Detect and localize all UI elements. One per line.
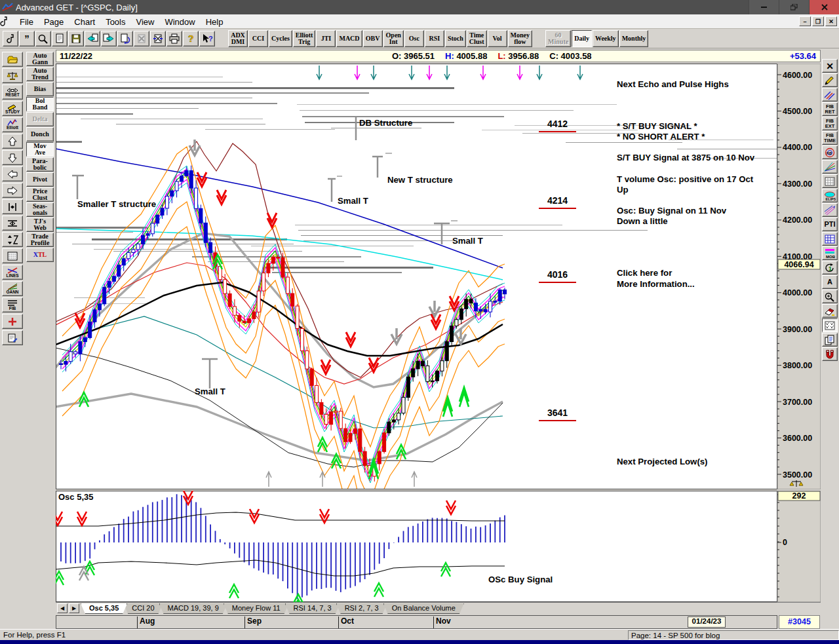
pti-button[interactable]: PTI xyxy=(822,218,838,231)
tab-on-balance-volume[interactable]: On Balance Volume xyxy=(383,603,464,614)
indicator-vol[interactable]: Vol xyxy=(488,30,507,47)
menu-file[interactable]: File xyxy=(14,16,39,28)
mdi-minimize-button[interactable]: – xyxy=(799,16,811,26)
next-page-icon[interactable] xyxy=(101,31,117,47)
context-help-icon[interactable]: ? xyxy=(199,31,215,47)
lines-button[interactable]: LINES xyxy=(2,265,23,280)
compress-vertical-icon[interactable] xyxy=(2,199,23,214)
save-icon[interactable] xyxy=(68,31,84,47)
study-auto-trend[interactable]: Auto Trend xyxy=(26,67,54,81)
delete-page-icon[interactable] xyxy=(134,31,149,47)
tab-scroll-left[interactable]: ◀ xyxy=(57,603,68,613)
mob-button[interactable]: MOB xyxy=(822,246,838,260)
pattern-box-icon[interactable] xyxy=(822,318,838,332)
mdi-close-button[interactable]: ✕ xyxy=(825,16,837,26)
price-chart[interactable]: 4412421440163641Next Echo and Pulse High… xyxy=(56,64,821,489)
study-pivot[interactable]: Pivot xyxy=(26,172,54,187)
delete-icon[interactable]: ✕ xyxy=(822,59,838,73)
tab-cci-20[interactable]: CCI 20 xyxy=(123,603,163,614)
study-para-bolic[interactable]: Para- bolic xyxy=(26,157,54,172)
future-date-box[interactable]: 01/24/23 xyxy=(688,616,726,628)
split-view-icon[interactable] xyxy=(2,232,23,247)
print-icon[interactable] xyxy=(166,31,182,47)
open-chart-icon[interactable] xyxy=(2,52,23,67)
cross-button[interactable] xyxy=(2,314,23,329)
elliott-button[interactable]: Elliott xyxy=(2,117,23,132)
study-seas-onals[interactable]: Seas- onals xyxy=(26,202,54,217)
grid-dots-icon[interactable] xyxy=(2,248,23,263)
indicator-adx-dmi[interactable]: ADX DMI xyxy=(228,30,248,47)
gann-button[interactable]: GANN xyxy=(2,281,23,296)
indicator-obv[interactable]: OBV xyxy=(363,30,383,47)
menu-view[interactable]: View xyxy=(130,16,159,28)
reset-button[interactable]: RESET xyxy=(2,85,23,100)
close-button[interactable] xyxy=(809,0,839,14)
menu-window[interactable]: Window xyxy=(159,16,200,28)
tab-rsi-14-7-3[interactable]: RSI 14, 7, 3 xyxy=(285,603,340,614)
study-mov-ave[interactable]: Mov Ave xyxy=(26,142,54,157)
study-delta[interactable]: Delta xyxy=(26,112,54,126)
indicator-macd[interactable]: MACD xyxy=(336,30,362,47)
fib-button[interactable]: FIB xyxy=(2,297,23,313)
study-xtl[interactable]: XTL xyxy=(26,248,54,262)
indicator-money-flow[interactable]: Money flow xyxy=(508,30,532,47)
indicator-jti[interactable]: JTI xyxy=(316,30,336,47)
magnet-button[interactable] xyxy=(822,347,838,361)
mdi-child-icon[interactable] xyxy=(0,16,14,26)
timeframe-60-minute[interactable]: 60 Minute xyxy=(545,30,571,47)
indicator-open-int[interactable]: Open Int xyxy=(383,30,404,47)
help-icon[interactable]: ? xyxy=(183,31,199,47)
ellipse-button[interactable]: ELIPS xyxy=(822,189,838,202)
oscillator-panel[interactable]: Osc 5,35OSc Buy Signal0292 xyxy=(56,491,821,602)
rotate-one-icon[interactable]: 1 xyxy=(822,261,838,275)
fib-circle-icon[interactable]: FIB xyxy=(822,145,838,159)
minimize-button[interactable] xyxy=(749,0,779,14)
grid-icon[interactable] xyxy=(822,174,838,188)
tab-osc-5-35[interactable]: Osc 5,35 xyxy=(81,603,127,614)
tab-money-flow-11[interactable]: Money Flow 11 xyxy=(224,603,289,614)
compress-horizontal-icon[interactable] xyxy=(2,216,23,231)
menu-page[interactable]: Page xyxy=(39,16,69,28)
tab-scroll-right[interactable]: ▶ xyxy=(69,603,79,613)
scroll-down-icon[interactable] xyxy=(2,150,23,165)
blue-grid-icon[interactable] xyxy=(822,232,838,246)
study-trade-profile[interactable]: Trade Profile xyxy=(26,233,54,247)
study-button[interactable]: STUDY xyxy=(2,101,23,116)
pin-icon[interactable] xyxy=(3,31,18,47)
indicator-elliott-trig[interactable]: Elliott Trig xyxy=(293,30,316,47)
study-tj-s-web[interactable]: TJ's Web xyxy=(26,218,54,232)
indicator-cci[interactable]: CCI xyxy=(248,30,268,47)
fib-retracement-button[interactable]: FIB RET xyxy=(822,102,838,116)
eraser-icon[interactable] xyxy=(822,304,838,318)
menu-tools[interactable]: Tools xyxy=(100,16,130,28)
restore-button[interactable] xyxy=(779,0,809,14)
scales-icon[interactable] xyxy=(2,68,23,83)
refresh-page-icon[interactable] xyxy=(117,31,133,47)
fib-time-button[interactable]: FIB TIME xyxy=(822,131,838,145)
swap-page-icon[interactable] xyxy=(150,31,166,47)
scroll-up-icon[interactable] xyxy=(2,134,23,149)
tab-macd-19-39-9[interactable]: MACD 19, 39, 9 xyxy=(159,603,227,614)
timeframe-monthly[interactable]: Monthly xyxy=(619,30,649,47)
scroll-left-icon[interactable] xyxy=(2,166,23,181)
indicator-osc[interactable]: Osc xyxy=(404,30,424,47)
study-bias[interactable]: Bias xyxy=(26,82,54,96)
study-price-clust[interactable]: Price Clust xyxy=(26,187,54,202)
tab-rsi-2-7-3[interactable]: RSI 2, 7, 3 xyxy=(336,603,387,614)
text-tool-button[interactable]: A xyxy=(822,275,838,289)
indicator-time-clust[interactable]: Time Clust xyxy=(467,30,487,47)
regression-lines-icon[interactable] xyxy=(822,203,838,217)
indicator-rsi[interactable]: RSI xyxy=(425,30,444,47)
properties-icon[interactable] xyxy=(2,330,23,345)
zoom-in-icon[interactable] xyxy=(822,290,838,303)
menu-help[interactable]: Help xyxy=(201,16,229,28)
new-doc-icon[interactable] xyxy=(52,31,68,47)
study-donch[interactable]: Donch xyxy=(26,127,54,142)
quotes-icon[interactable]: ” xyxy=(19,31,35,47)
study-bol-band[interactable]: Bol Band xyxy=(26,97,54,111)
copy-pages-icon[interactable] xyxy=(822,333,838,347)
prev-page-icon[interactable] xyxy=(85,31,100,47)
mdi-restore-button[interactable]: ❐ xyxy=(812,16,824,26)
fib-extension-button[interactable]: FIB EXT xyxy=(822,117,838,130)
indicator-stoch[interactable]: Stoch xyxy=(445,30,466,47)
